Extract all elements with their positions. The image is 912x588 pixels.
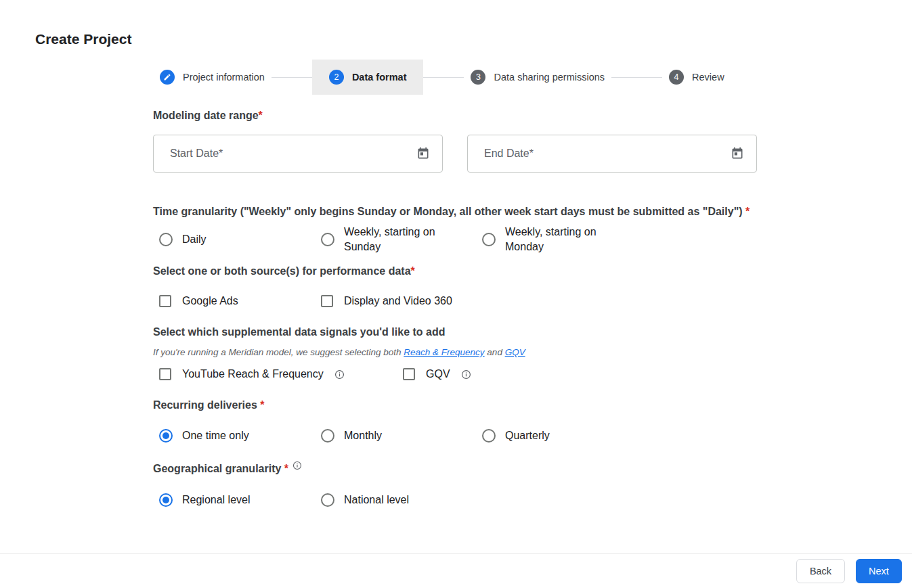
checkbox-icon: [159, 295, 171, 307]
step-connector: [423, 77, 464, 78]
radio-icon: [482, 233, 496, 246]
step-label: Review: [692, 72, 724, 83]
info-icon[interactable]: [461, 369, 471, 380]
calendar-icon[interactable]: [416, 147, 430, 160]
recurring-deliveries-label: Recurring deliveries *: [153, 396, 762, 414]
step-number-badge: 2: [329, 70, 344, 85]
radio-icon-selected: [159, 429, 173, 443]
step-review[interactable]: 4 Review: [662, 60, 731, 95]
step-number-badge: 4: [669, 70, 684, 85]
radio-icon: [321, 493, 334, 507]
stepper: Project information 2 Data format 3 Data…: [153, 60, 731, 95]
step-number-badge: 3: [471, 70, 485, 85]
required-asterisk: *: [745, 206, 750, 217]
page-title: Create Project: [35, 31, 131, 47]
radio-icon: [482, 429, 496, 443]
radio-weekly-monday[interactable]: Weekly, starting on Monday: [482, 225, 613, 254]
radio-monthly[interactable]: Monthly: [321, 429, 482, 443]
step-label: Data format: [352, 72, 407, 83]
checkbox-icon: [403, 368, 415, 380]
back-button[interactable]: Back: [796, 559, 845, 583]
start-date-input[interactable]: [170, 148, 416, 160]
step-data-sharing-permissions[interactable]: 3 Data sharing permissions: [464, 60, 611, 95]
edit-icon: [160, 70, 175, 85]
checkbox-google-ads[interactable]: Google Ads: [159, 295, 321, 307]
checkbox-gqv[interactable]: GQV: [403, 368, 471, 380]
performance-sources-label: Select one or both source(s) for perform…: [153, 262, 762, 280]
supplemental-signals-options: YouTube Reach & Frequency GQV: [153, 368, 762, 380]
step-project-information[interactable]: Project information: [153, 60, 272, 95]
radio-icon: [321, 429, 334, 443]
checkbox-icon: [159, 368, 171, 380]
radio-national-level[interactable]: National level: [321, 493, 409, 507]
info-icon[interactable]: [292, 461, 303, 471]
step-connector: [611, 77, 662, 78]
radio-regional-level[interactable]: Regional level: [159, 493, 321, 507]
calendar-icon[interactable]: [731, 147, 744, 160]
geographical-granularity-label: Geographical granularity *: [153, 459, 762, 478]
step-connector: [272, 77, 312, 78]
step-label: Project information: [183, 72, 265, 83]
supplemental-signals-label: Select which supplemental data signals y…: [153, 323, 762, 341]
date-range-row: [153, 135, 762, 173]
radio-icon: [321, 233, 334, 246]
reach-frequency-link[interactable]: Reach & Frequency: [404, 347, 484, 357]
time-granularity-label: Time granularity ("Weekly" only begins S…: [153, 202, 757, 221]
radio-icon: [159, 233, 173, 246]
meridian-note: If you're running a Meridian model, we s…: [153, 347, 762, 357]
checkbox-icon: [321, 295, 333, 307]
radio-quarterly[interactable]: Quarterly: [482, 429, 550, 443]
step-data-format[interactable]: 2 Data format: [312, 60, 424, 95]
end-date-field[interactable]: [467, 135, 757, 173]
footer-action-bar: Back Next: [0, 553, 912, 588]
gqv-link[interactable]: GQV: [505, 347, 525, 357]
start-date-field[interactable]: [153, 135, 443, 173]
step-label: Data sharing permissions: [494, 72, 605, 83]
required-asterisk: *: [260, 399, 264, 411]
radio-daily[interactable]: Daily: [159, 225, 321, 254]
checkbox-youtube-reach-frequency[interactable]: YouTube Reach & Frequency: [159, 368, 403, 380]
performance-sources-options: Google Ads Display and Video 360: [153, 295, 762, 307]
time-granularity-options: Daily Weekly, starting on Sunday Weekly,…: [153, 225, 762, 254]
end-date-input[interactable]: [484, 148, 731, 160]
required-asterisk: *: [284, 463, 288, 474]
radio-weekly-sunday[interactable]: Weekly, starting on Sunday: [321, 225, 482, 254]
required-asterisk: *: [259, 110, 263, 121]
geographical-granularity-options: Regional level National level: [153, 493, 762, 507]
radio-icon-selected: [159, 493, 173, 507]
next-button[interactable]: Next: [856, 559, 902, 583]
modeling-date-range-label: Modeling date range*: [153, 106, 762, 125]
info-icon[interactable]: [334, 369, 345, 380]
checkbox-display-video-360[interactable]: Display and Video 360: [321, 295, 452, 307]
radio-one-time-only[interactable]: One time only: [159, 429, 321, 443]
required-asterisk: *: [411, 265, 415, 277]
data-format-form: Modeling date range* Time granularity ("…: [153, 101, 762, 507]
recurring-deliveries-options: One time only Monthly Quarterly: [153, 429, 762, 443]
